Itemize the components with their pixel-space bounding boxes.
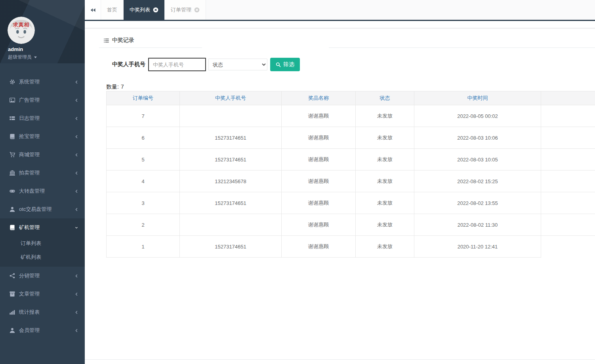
tab-order-manage[interactable]: 订单管理 bbox=[164, 0, 206, 20]
table-cell bbox=[541, 192, 595, 214]
filter-row: 中奖人手机号 状态 筛选 bbox=[112, 58, 300, 71]
sidebar-group-logs: 日志管理 bbox=[0, 109, 85, 127]
tab-home[interactable]: 首页 bbox=[101, 0, 123, 20]
table-cell: 谢谢惠顾 bbox=[282, 127, 356, 149]
column-header[interactable]: 奖品名称 bbox=[282, 91, 356, 105]
table-row: 413212345678谢谢惠顾未发放2022-08-02 15:25 bbox=[107, 171, 595, 192]
table-cell: 2022-08-02 13:55 bbox=[414, 192, 541, 214]
sidebar-item-ads[interactable]: 广告管理 bbox=[0, 91, 85, 109]
caret-down-icon bbox=[34, 55, 37, 59]
sidebar-group-ads: 广告管理 bbox=[0, 91, 85, 109]
sidebar-group-member: 会员管理 bbox=[0, 321, 85, 339]
sidebar-item-label: 会员管理 bbox=[19, 327, 74, 334]
sidebar-item-member[interactable]: 会员管理 bbox=[0, 321, 85, 339]
sidebar-item-treasure[interactable]: 抢宝管理 bbox=[0, 127, 85, 146]
chevron-left-icon bbox=[74, 116, 78, 121]
phone-filter-input[interactable] bbox=[148, 58, 206, 71]
sidebar-group-wheel: 大转盘管理 bbox=[0, 182, 85, 200]
table-cell bbox=[541, 105, 595, 127]
filter-button-label: 筛选 bbox=[283, 61, 294, 68]
table-cell: 未发放 bbox=[356, 236, 414, 258]
column-header[interactable]: 中奖时间 bbox=[414, 91, 541, 105]
table-cell: 15273174651 bbox=[180, 127, 282, 149]
table-cell: 2022-08-02 15:25 bbox=[414, 171, 541, 192]
gamepad-icon bbox=[10, 188, 15, 194]
table-cell: 15273174651 bbox=[180, 236, 282, 258]
tab-strip: 首页中奖列表订单管理 bbox=[101, 0, 206, 20]
table-cell bbox=[541, 171, 595, 192]
sidebar-collapse-button[interactable] bbox=[85, 0, 101, 20]
panel-top-divider bbox=[85, 28, 595, 29]
column-header[interactable]: 订单编号 bbox=[107, 91, 180, 105]
sidebar-item-label: 大转盘管理 bbox=[19, 188, 74, 195]
table-cell: 谢谢惠顾 bbox=[282, 192, 356, 214]
table-cell: 未发放 bbox=[356, 214, 414, 236]
table-cell: 谢谢惠顾 bbox=[282, 214, 356, 236]
chevron-left-icon bbox=[74, 80, 78, 85]
sidebar-group-treasure: 抢宝管理 bbox=[0, 127, 85, 146]
table-cell: 2022-08-03 10:05 bbox=[414, 149, 541, 171]
table-cell: 2022-08-05 00:02 bbox=[414, 105, 541, 127]
count-label: 数量: bbox=[106, 83, 119, 90]
table-cell bbox=[541, 214, 595, 236]
table-cell: 1 bbox=[107, 236, 180, 258]
sidebar-subitem-order-list[interactable]: 订单列表 bbox=[0, 237, 85, 250]
phone-filter-label: 中奖人手机号 bbox=[112, 61, 145, 68]
status-select[interactable]: 状态 bbox=[208, 59, 267, 70]
column-header[interactable] bbox=[541, 91, 595, 105]
table-cell bbox=[541, 149, 595, 171]
profile-role-dropdown[interactable]: 超级管理员 bbox=[8, 54, 37, 61]
result-count: 数量:7 bbox=[106, 83, 124, 91]
table-cell: 未发放 bbox=[356, 149, 414, 171]
sidebar-group-miner: 矿机管理订单列表矿机列表 bbox=[0, 218, 85, 267]
tab-label: 订单管理 bbox=[171, 6, 191, 13]
avatar-face bbox=[8, 17, 35, 44]
sidebar-item-label: 统计报表 bbox=[19, 309, 74, 316]
user-icon bbox=[10, 207, 15, 212]
sidebar-item-system[interactable]: 系统管理 bbox=[0, 73, 85, 91]
main-area: 首页中奖列表订单管理 中奖记录 中奖人手机号 状态 bbox=[85, 0, 595, 364]
column-header[interactable]: 状态 bbox=[356, 91, 414, 105]
thlist-icon bbox=[10, 116, 15, 121]
book-icon bbox=[10, 225, 15, 230]
table-cell: 15273174651 bbox=[180, 149, 282, 171]
sidebar-item-label: otc交易盘管理 bbox=[19, 206, 74, 213]
table-cell: 未发放 bbox=[356, 127, 414, 149]
sidebar-subitem-miner-list[interactable]: 矿机列表 bbox=[0, 250, 85, 264]
sidebar-item-stats[interactable]: 统计报表 bbox=[0, 303, 85, 321]
title-divider bbox=[329, 47, 595, 48]
table-cell: 2022-08-03 10:06 bbox=[414, 127, 541, 149]
winners-table: 订单编号中奖人手机号奖品名称状态中奖时间7谢谢惠顾未发放2022-08-05 0… bbox=[106, 91, 595, 258]
panel-title: 中奖记录 bbox=[104, 37, 134, 44]
sidebar-item-otc[interactable]: otc交易盘管理 bbox=[0, 200, 85, 218]
close-icon[interactable] bbox=[194, 7, 200, 13]
sidebar-item-miner[interactable]: 矿机管理 bbox=[0, 218, 85, 237]
profile-role-label: 超级管理员 bbox=[8, 54, 32, 61]
table-cell: 6 bbox=[107, 127, 180, 149]
sidebar-item-wheel[interactable]: 大转盘管理 bbox=[0, 182, 85, 200]
sidebar-item-auction[interactable]: 拍卖管理 bbox=[0, 164, 85, 182]
sidebar-item-label: 拍卖管理 bbox=[19, 169, 74, 176]
chevron-down-icon bbox=[74, 225, 78, 230]
book-icon bbox=[10, 134, 15, 139]
backward-icon bbox=[90, 8, 95, 13]
sidebar-item-distribution[interactable]: 分销管理 bbox=[0, 267, 85, 285]
sidebar-item-article[interactable]: 文章管理 bbox=[0, 285, 85, 303]
sidebar-item-logs[interactable]: 日志管理 bbox=[0, 109, 85, 127]
sidebar-item-label: 日志管理 bbox=[19, 115, 74, 122]
share-icon bbox=[10, 273, 15, 279]
table-cell: 2022-08-02 11:30 bbox=[414, 214, 541, 236]
profile-username: admin bbox=[8, 46, 23, 52]
table-cell: 谢谢惠顾 bbox=[282, 236, 356, 258]
avatar[interactable]: 求真相 bbox=[8, 17, 35, 44]
close-icon[interactable] bbox=[153, 7, 158, 13]
table-cell: 2020-11-20 12:41 bbox=[414, 236, 541, 258]
chart-icon bbox=[10, 309, 15, 315]
filter-button[interactable]: 筛选 bbox=[270, 58, 300, 71]
sidebar-item-mall[interactable]: 商城管理 bbox=[0, 146, 85, 164]
chevron-left-icon bbox=[74, 310, 78, 315]
profile-panel: 求真相 admin 超级管理员 bbox=[0, 0, 85, 63]
tab-win-list[interactable]: 中奖列表 bbox=[123, 0, 164, 20]
table-row: 7谢谢惠顾未发放2022-08-05 00:02 bbox=[107, 105, 595, 127]
column-header[interactable]: 中奖人手机号 bbox=[180, 91, 282, 105]
